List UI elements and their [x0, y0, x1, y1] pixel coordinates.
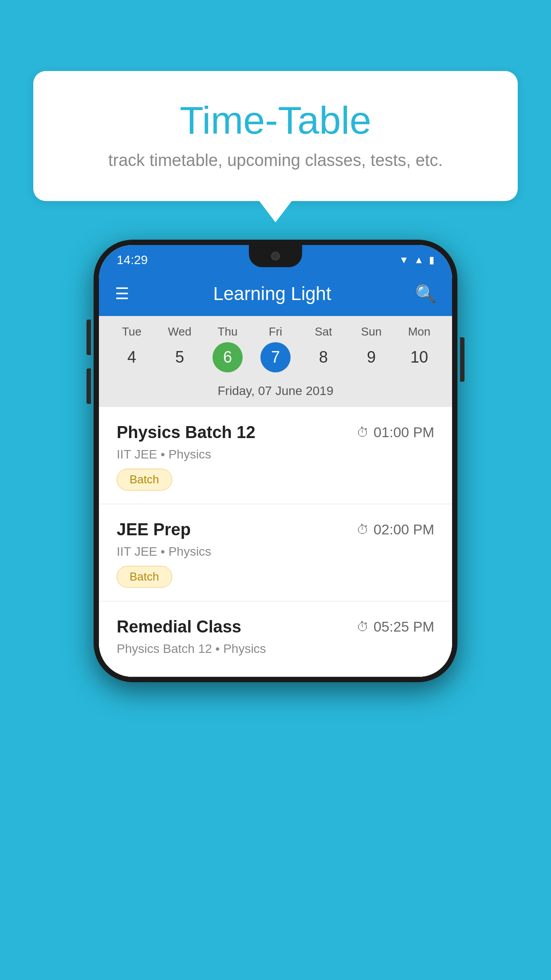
clock-icon: ⏱: [357, 620, 369, 634]
day-number-label: 4: [117, 342, 147, 372]
schedule-name: Physics Batch 12: [117, 423, 256, 442]
schedule-header: JEE Prep ⏱ 02:00 PM: [117, 520, 434, 539]
calendar-day-wed[interactable]: Wed5: [158, 325, 201, 372]
phone-screen: 14:29 ▼ ▲ ▮ ☰ Learning Light 🔍 Tue4Wed5T…: [99, 245, 452, 677]
day-name-label: Fri: [269, 325, 282, 339]
day-name-label: Wed: [168, 325, 192, 339]
wifi-icon: ▼: [399, 254, 409, 266]
days-row: Tue4Wed5Thu6Fri7Sat8Sun9Mon10: [99, 325, 452, 372]
calendar-day-mon[interactable]: Mon10: [398, 325, 441, 372]
schedule-item[interactable]: JEE Prep ⏱ 02:00 PM IIT JEE • Physics Ba…: [99, 504, 452, 601]
app-bar: ☰ Learning Light 🔍: [99, 272, 452, 316]
schedule-item[interactable]: Remedial Class ⏱ 05:25 PM Physics Batch …: [99, 601, 452, 677]
day-name-label: Mon: [408, 325, 431, 339]
schedule-sub: IIT JEE • Physics: [117, 447, 434, 462]
day-name-label: Tue: [122, 325, 142, 339]
schedule-name: JEE Prep: [117, 520, 191, 539]
schedule-sub: IIT JEE • Physics: [117, 545, 434, 559]
time-value: 02:00 PM: [374, 522, 434, 538]
bubble-subtitle: track timetable, upcoming classes, tests…: [51, 151, 500, 170]
batch-badge: Batch: [117, 566, 172, 588]
app-title: Learning Light: [145, 283, 399, 304]
phone-wrapper: 14:29 ▼ ▲ ▮ ☰ Learning Light 🔍 Tue4Wed5T…: [94, 240, 457, 682]
speech-bubble: Time-Table track timetable, upcoming cla…: [33, 71, 518, 201]
day-number-label: 5: [165, 342, 195, 372]
calendar-day-thu[interactable]: Thu6: [206, 325, 249, 372]
phone-frame: 14:29 ▼ ▲ ▮ ☰ Learning Light 🔍 Tue4Wed5T…: [94, 240, 457, 682]
time-value: 05:25 PM: [374, 619, 434, 635]
calendar-strip: Tue4Wed5Thu6Fri7Sat8Sun9Mon10 Friday, 07…: [99, 316, 452, 407]
calendar-day-sat[interactable]: Sat8: [302, 325, 345, 372]
search-icon[interactable]: 🔍: [415, 284, 436, 304]
time-value: 01:00 PM: [374, 424, 434, 441]
status-icons: ▼ ▲ ▮: [399, 254, 434, 266]
bubble-title: Time-Table: [51, 98, 500, 143]
day-name-label: Sun: [361, 325, 382, 339]
calendar-day-tue[interactable]: Tue4: [110, 325, 153, 372]
day-number-label: 9: [356, 342, 386, 372]
schedule-header: Physics Batch 12 ⏱ 01:00 PM: [117, 423, 434, 442]
status-time: 14:29: [117, 253, 148, 267]
schedule-header: Remedial Class ⏱ 05:25 PM: [117, 617, 434, 636]
schedule-name: Remedial Class: [117, 617, 241, 636]
menu-icon[interactable]: ☰: [115, 285, 129, 303]
phone-notch: [249, 245, 302, 267]
day-number-label: 6: [213, 342, 243, 372]
calendar-day-sun[interactable]: Sun9: [350, 325, 393, 372]
calendar-day-fri[interactable]: Fri7: [254, 325, 297, 372]
clock-icon: ⏱: [357, 425, 369, 440]
batch-badge: Batch: [117, 469, 172, 490]
day-number-label: 10: [404, 342, 434, 372]
power-button[interactable]: [460, 337, 464, 382]
signal-icon: ▲: [414, 254, 424, 266]
schedule-time: ⏱ 05:25 PM: [357, 619, 434, 635]
schedule-list: Physics Batch 12 ⏱ 01:00 PM IIT JEE • Ph…: [99, 407, 452, 677]
schedule-item[interactable]: Physics Batch 12 ⏱ 01:00 PM IIT JEE • Ph…: [99, 407, 452, 504]
volume-up-button[interactable]: [87, 320, 91, 355]
clock-icon: ⏱: [357, 522, 369, 537]
day-name-label: Thu: [218, 325, 238, 339]
battery-icon: ▮: [429, 254, 434, 266]
day-name-label: Sat: [315, 325, 332, 339]
selected-date-label: Friday, 07 June 2019: [99, 377, 452, 407]
schedule-time: ⏱ 02:00 PM: [357, 522, 434, 538]
day-number-label: 7: [260, 342, 291, 372]
day-number-label: 8: [308, 342, 338, 372]
schedule-time: ⏱ 01:00 PM: [357, 424, 434, 441]
schedule-sub: Physics Batch 12 • Physics: [117, 642, 434, 656]
volume-down-button[interactable]: [87, 368, 91, 404]
front-camera: [271, 252, 280, 261]
